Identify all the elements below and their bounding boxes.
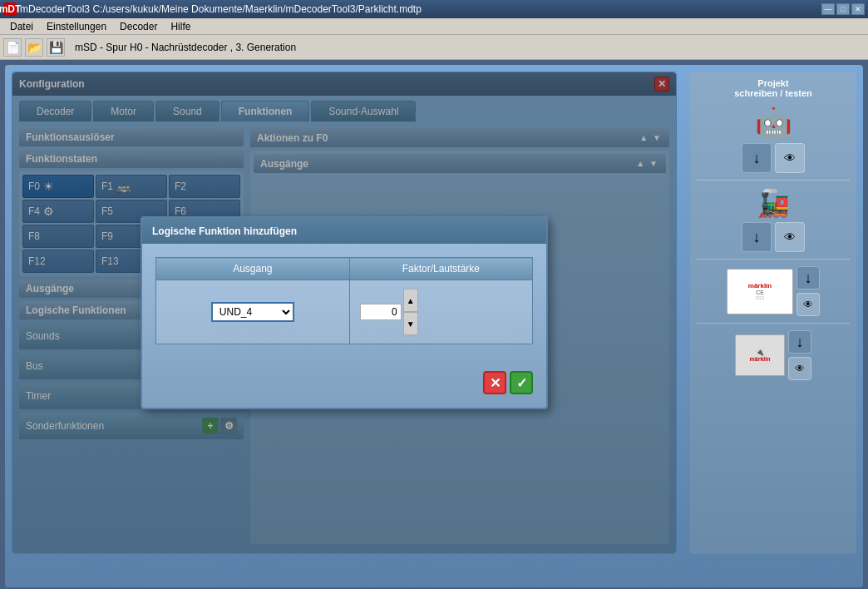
robot-buttons: ↓ 👁 — [742, 143, 805, 173]
maximize-button[interactable]: □ — [836, 3, 850, 15]
close-button[interactable]: ✕ — [851, 3, 865, 15]
card-icon: märklin CE □ □ — [727, 269, 793, 314]
ausgang-select[interactable]: UND_1 UND_2 UND_3 UND_4 ODER_1 ODER_2 — [211, 302, 294, 322]
window-controls: — □ ✕ — [821, 3, 865, 15]
title-bar: mDT mDecoderTool3 C:/users/kukuk/Meine D… — [0, 0, 868, 18]
usb-area: 🔌 märklin ↓ 👁 — [735, 330, 811, 380]
dialog-footer: ✕ ✓ — [142, 371, 546, 408]
download-to-train-button[interactable]: ↓ — [742, 222, 772, 252]
window-title: mDecoderTool3 C:/users/kukuk/Meine Dokum… — [20, 3, 821, 15]
view-train-button[interactable]: 👁 — [775, 222, 805, 252]
faktor-input[interactable] — [360, 304, 402, 320]
main-window: Konfiguration ✕ Decoder Motor Sound Funk… — [5, 65, 863, 587]
ausgang-cell: UND_1 UND_2 UND_3 UND_4 ODER_1 ODER_2 — [156, 280, 350, 344]
download-to-card-button[interactable]: ↓ — [796, 266, 820, 290]
menu-einstellungen[interactable]: Einstellungen — [40, 19, 113, 34]
dialog-row: UND_1 UND_2 UND_3 UND_4 ODER_1 ODER_2 — [156, 280, 533, 344]
sidebar-divider-2 — [697, 259, 850, 260]
sidebar-divider-3 — [697, 323, 850, 324]
robot-icon: 🤖 — [755, 105, 792, 140]
toolbar-open[interactable]: 📂 — [25, 38, 43, 57]
menu-hilfe[interactable]: Hilfe — [164, 19, 197, 34]
download-to-usb-button[interactable]: ↓ — [788, 330, 811, 354]
dialog-confirm-button[interactable]: ✓ — [510, 371, 533, 394]
train-buttons: ↓ 👁 — [742, 222, 805, 252]
spinner-control: ▲ ▼ — [360, 289, 522, 335]
toolbar-label: mSD - Spur H0 - Nachrüstdecoder , 3. Gen… — [75, 42, 296, 53]
dialog-body: Ausgang Faktor/Lautstärke UND_1 UND_2 — [142, 244, 546, 371]
minimize-button[interactable]: — — [821, 3, 835, 15]
col-ausgang: Ausgang — [156, 258, 350, 280]
spinner-down[interactable]: ▼ — [403, 312, 418, 335]
dialog-cancel-button[interactable]: ✕ — [483, 371, 506, 394]
sidebar-right: Projektschreiben / testen 🤖 ↓ 👁 🚂 ↓ 👁 — [690, 72, 856, 554]
view-robot-button[interactable]: 👁 — [775, 143, 805, 173]
sidebar-title: Projektschreiben / testen — [734, 78, 812, 98]
toolbar-save[interactable]: 💾 — [47, 38, 65, 57]
card-area: märklin CE □ □ ↓ 👁 — [727, 266, 820, 316]
dialog-title-bar: Logische Funktion hinzufügen — [142, 218, 546, 244]
toolbar: 📄 📂 💾 mSD - Spur H0 - Nachrüstdecoder , … — [0, 35, 868, 60]
train-icon: 🚂 — [757, 187, 790, 219]
download-to-robot-button[interactable]: ↓ — [742, 143, 772, 173]
col-faktor: Faktor/Lautstärke — [349, 258, 532, 280]
usb-icon: 🔌 märklin — [735, 334, 785, 376]
train-area: 🚂 ↓ 👁 — [742, 187, 805, 252]
dialog: Logische Funktion hinzufügen Ausgang Fak… — [141, 216, 548, 409]
toolbar-new[interactable]: 📄 — [3, 38, 22, 57]
dialog-table: Ausgang Faktor/Lautstärke UND_1 UND_2 — [155, 257, 533, 344]
view-usb-button[interactable]: 👁 — [788, 357, 811, 380]
menu-datei[interactable]: Datei — [3, 19, 40, 34]
view-card-button[interactable]: 👁 — [796, 293, 820, 316]
dialog-overlay: Logische Funktion hinzufügen Ausgang Fak… — [12, 72, 676, 553]
dialog-title: Logische Funktion hinzufügen — [152, 225, 297, 237]
menu-bar: Datei Einstellungen Decoder Hilfe — [0, 18, 868, 35]
menu-decoder[interactable]: Decoder — [113, 19, 164, 34]
robot-area: 🤖 ↓ 👁 — [742, 105, 805, 173]
faktor-cell: ▲ ▼ — [349, 280, 532, 344]
app-icon: mDT — [3, 2, 17, 16]
config-panel: Konfiguration ✕ Decoder Motor Sound Funk… — [12, 72, 677, 554]
spinner-up[interactable]: ▲ — [403, 289, 418, 312]
sidebar-divider-1 — [697, 180, 850, 181]
